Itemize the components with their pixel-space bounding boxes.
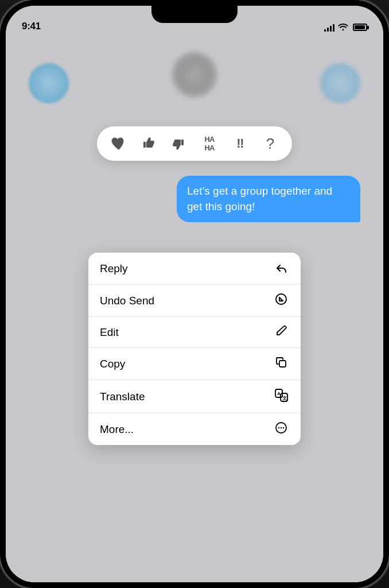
deco-center	[172, 52, 217, 98]
menu-item-edit[interactable]: Edit	[88, 317, 301, 348]
battery-icon	[353, 24, 367, 31]
svg-point-8	[281, 427, 282, 428]
menu-reply-label: Reply	[100, 262, 128, 275]
reaction-thumbs-down[interactable]	[168, 133, 189, 154]
context-menu: Reply Undo Send	[88, 253, 301, 445]
deco-left	[29, 63, 69, 103]
screen-background: HAHA ‼ ? Let’s get a group together and …	[6, 6, 383, 582]
svg-text:文: 文	[282, 395, 287, 401]
deco-right	[320, 63, 360, 103]
reaction-thumbs-up[interactable]	[138, 133, 159, 154]
menu-item-reply[interactable]: Reply	[88, 253, 301, 285]
phone-screen: 9:41	[6, 6, 383, 582]
menu-translate-label: Translate	[100, 390, 145, 403]
menu-undo-label: Undo Send	[100, 295, 154, 307]
reaction-bar: HAHA ‼ ?	[97, 126, 292, 161]
translate-icon: A 文	[273, 388, 289, 405]
notch	[151, 6, 238, 23]
phone-frame: 9:41	[0, 0, 389, 588]
wifi-icon	[338, 22, 348, 32]
menu-item-more[interactable]: More...	[88, 413, 301, 445]
undo-send-icon	[273, 293, 289, 308]
signal-icon	[324, 24, 334, 32]
svg-point-9	[283, 427, 284, 428]
svg-point-7	[278, 427, 279, 428]
message-bubble-container: Let’s get a group together and get this …	[177, 176, 360, 222]
menu-item-translate[interactable]: Translate A 文	[88, 380, 301, 413]
menu-more-label: More...	[100, 423, 134, 436]
reaction-haha[interactable]: HAHA	[198, 133, 221, 154]
menu-copy-label: Copy	[100, 358, 125, 370]
reaction-heart[interactable]	[108, 133, 129, 154]
reaction-exclamation[interactable]: ‼	[230, 133, 251, 154]
edit-icon	[273, 325, 289, 339]
reply-icon	[273, 261, 289, 276]
reaction-question[interactable]: ?	[260, 133, 281, 154]
status-time: 9:41	[22, 21, 41, 32]
message-bubble: Let’s get a group together and get this …	[177, 176, 360, 222]
status-icons	[324, 22, 367, 32]
menu-item-copy[interactable]: Copy	[88, 348, 301, 380]
message-text: Let’s get a group together and get this …	[187, 185, 332, 212]
menu-edit-label: Edit	[100, 326, 119, 339]
more-icon	[273, 421, 289, 437]
copy-icon	[273, 356, 289, 372]
svg-rect-1	[279, 361, 286, 367]
menu-item-undo-send[interactable]: Undo Send	[88, 285, 301, 317]
